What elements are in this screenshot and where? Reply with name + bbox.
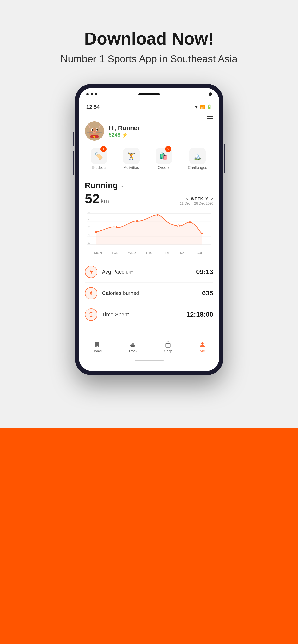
activities-label: Activities	[124, 166, 139, 170]
bottom-nav-track[interactable]: Track	[129, 341, 137, 353]
signal-icon: 📶	[200, 104, 205, 110]
wifi-icon: ▼	[194, 105, 198, 110]
pace-label: Avg Pace (/km)	[102, 269, 196, 275]
svg-text:30: 30	[88, 226, 90, 228]
etickets-icon: 🏷️	[95, 152, 103, 160]
svg-point-34	[201, 233, 203, 234]
distance-display: 52km	[85, 192, 109, 205]
bottom-nav-me[interactable]: Me	[199, 341, 206, 353]
battery-icon: 🔋	[207, 104, 212, 110]
activity-title-row: Running ⌄	[85, 181, 213, 190]
orange-background	[0, 428, 298, 644]
calories-label: Calories burned	[102, 290, 202, 296]
shop-nav-label: Shop	[164, 349, 172, 353]
chart-container: 50 40 30 25 10	[85, 209, 213, 256]
svg-text:50: 50	[88, 210, 90, 213]
svg-point-28	[95, 231, 97, 233]
points-display: 5248 ⚡	[109, 132, 140, 138]
content-wrapper: Download Now! Number 1 Sports App in Sou…	[0, 0, 298, 375]
chart-day-sat: SAT	[175, 251, 192, 255]
challenges-label: Challenges	[188, 166, 207, 170]
chart-day-fri: FRI	[158, 251, 175, 255]
calories-icon	[85, 287, 97, 300]
svg-point-43	[201, 342, 203, 344]
svg-text:25: 25	[88, 234, 90, 236]
challenges-icon-circle: 🏔️	[189, 148, 206, 164]
bottom-nav: Home Track	[79, 337, 219, 358]
chart-day-thu: THU	[140, 251, 158, 255]
svg-point-9	[96, 129, 98, 130]
greeting: Hi, Runner	[109, 124, 140, 132]
svg-rect-42	[166, 343, 170, 347]
calories-value: 635	[202, 290, 213, 297]
top-section: Download Now! Number 1 Sports App in Sou…	[0, 0, 298, 375]
stat-row-time: Time Spent 12:18:00	[85, 304, 213, 325]
status-icons: ▼ 📶 🔋	[194, 104, 212, 110]
bottom-nav-shop[interactable]: Shop	[164, 341, 172, 353]
pace-icon	[85, 266, 97, 278]
time-label: Time Spent	[102, 312, 186, 318]
time-icon	[85, 308, 97, 321]
svg-point-29	[116, 226, 117, 228]
chart-day-sun: SUN	[192, 251, 209, 255]
activity-dropdown-icon[interactable]: ⌄	[120, 182, 124, 188]
next-week-button[interactable]: >	[211, 196, 213, 202]
prev-week-button[interactable]: <	[186, 196, 188, 202]
hamburger-menu[interactable]	[207, 114, 213, 119]
svg-point-8	[92, 129, 93, 130]
home-indicator	[135, 360, 163, 361]
nav-icons-row: 🏷️ 1 E-tickets 🏋️ Activities	[79, 146, 219, 175]
top-bar	[79, 112, 219, 119]
activity-section: Running ⌄ 52km < WEEKLY	[79, 175, 219, 256]
phone-outer: 12:54 ▼ 📶 🔋	[75, 84, 223, 375]
status-time: 12:54	[86, 104, 100, 110]
me-nav-label: Me	[200, 349, 205, 353]
time-value: 12:18:00	[186, 311, 213, 318]
lightning-icon: ⚡	[122, 132, 128, 138]
svg-text:40: 40	[88, 218, 90, 221]
phone-mockup: 12:54 ▼ 📶 🔋	[75, 84, 223, 375]
etickets-badge: 1	[100, 146, 107, 152]
distance-unit: km	[101, 198, 109, 204]
nav-activities[interactable]: 🏋️ Activities	[123, 148, 140, 170]
activities-icon: 🏋️	[127, 152, 135, 160]
period-label: WEEKLY	[191, 197, 208, 201]
track-nav-icon	[129, 341, 136, 348]
nav-etickets[interactable]: 🏷️ 1 E-tickets	[91, 148, 107, 170]
date-range: 21 Dec – 28 Dec 2020	[180, 202, 213, 205]
weekly-nav: < WEEKLY > 21 Dec – 28 Dec 2020	[180, 196, 213, 205]
svg-point-32	[177, 225, 179, 227]
chart-days: MON TUE WED THU FRI SAT SUN	[87, 249, 211, 256]
volume-up-button	[73, 132, 74, 146]
orders-label: Orders	[158, 166, 170, 170]
svg-point-31	[157, 214, 158, 216]
distance-row: 52km < WEEKLY > 21 Dec – 28 Dec 2020	[85, 192, 213, 205]
pace-value: 09:13	[196, 268, 213, 276]
stat-row-calories: Calories burned 635	[85, 283, 213, 304]
user-name: Runner	[118, 124, 140, 132]
svg-point-30	[136, 220, 138, 222]
svg-marker-35	[89, 270, 93, 274]
svg-point-41	[130, 346, 135, 347]
activity-chart: 50 40 30 25 10	[87, 209, 211, 249]
nav-challenges[interactable]: 🏔️ Challenges	[188, 148, 207, 170]
svg-point-11	[94, 131, 95, 132]
bottom-nav-home[interactable]: Home	[92, 341, 102, 353]
profile-info: Hi, Runner 5248 ⚡	[109, 124, 140, 138]
shop-nav-icon	[165, 341, 171, 348]
chart-day-mon: MON	[90, 251, 107, 255]
chart-day-wed: WED	[123, 251, 140, 255]
subtitle: Number 1 Sports App in Southeast Asia	[61, 53, 238, 65]
page-container: Download Now! Number 1 Sports App in Sou…	[0, 0, 298, 644]
svg-text:10: 10	[88, 242, 90, 244]
me-nav-icon	[199, 341, 206, 348]
svg-point-33	[189, 222, 191, 223]
stats-section: Avg Pace (/km) 09:13	[79, 256, 219, 330]
orders-badge: 2	[165, 146, 171, 152]
nav-orders[interactable]: 🛍️ 2 Orders	[156, 148, 172, 170]
profile-section: Hi, Runner 5248 ⚡	[79, 119, 219, 146]
weekly-controls: < WEEKLY >	[186, 196, 213, 202]
home-nav-label: Home	[92, 349, 102, 353]
chart-day-tue: TUE	[106, 251, 123, 255]
power-button	[224, 144, 225, 172]
